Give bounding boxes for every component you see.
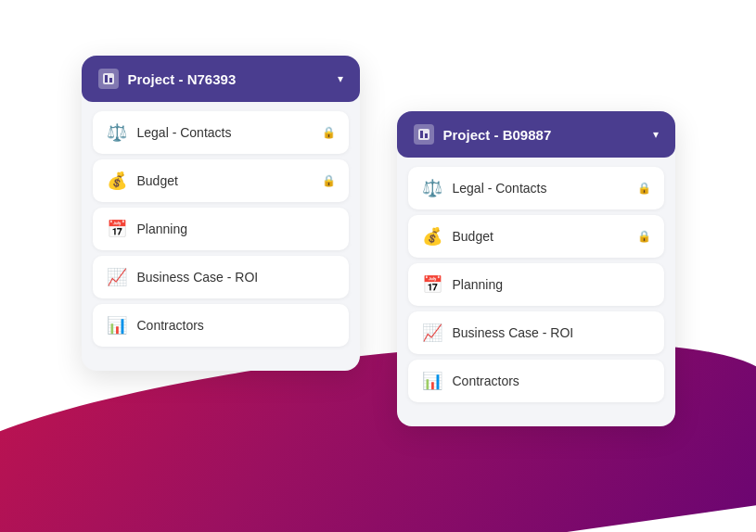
legal-label: Legal - Contacts <box>137 125 313 140</box>
svg-rect-3 <box>418 129 429 140</box>
budget-icon: 💰 <box>421 226 443 247</box>
svg-rect-4 <box>420 131 423 138</box>
project-header-1[interactable]: Project - N76393 ▾ <box>82 56 360 102</box>
budget-lock-icon: 🔒 <box>322 174 336 187</box>
menu-item-planning[interactable]: 📅Planning <box>408 263 664 306</box>
project-icon-1 <box>98 69 119 89</box>
planning-icon: 📅 <box>421 274 443 295</box>
menu-item-contractors[interactable]: 📊Contractors <box>93 304 349 347</box>
budget-lock-icon: 🔒 <box>637 230 651 243</box>
contractors-label: Contractors <box>453 374 651 388</box>
project-title-1: Project - N76393 <box>128 71 328 87</box>
project-title-2: Project - B09887 <box>443 127 644 143</box>
menu-item-budget[interactable]: 💰Budget🔒 <box>408 215 664 258</box>
planning-label: Planning <box>137 222 336 236</box>
project-panel-1: Project - N76393 ▾ ⚖️Legal - Contacts🔒💰B… <box>82 56 360 371</box>
contractors-icon: 📊 <box>421 371 443 391</box>
contractors-icon: 📊 <box>106 315 128 336</box>
svg-rect-1 <box>105 75 108 82</box>
contractors-label: Contractors <box>137 318 336 333</box>
business-case-label: Business Case - ROI <box>137 270 336 285</box>
budget-label: Budget <box>453 229 628 244</box>
legal-icon: ⚖️ <box>106 122 128 143</box>
main-container: Project - N76393 ▾ ⚖️Legal - Contacts🔒💰B… <box>0 0 756 532</box>
legal-lock-icon: 🔒 <box>322 126 336 139</box>
menu-list-1: ⚖️Legal - Contacts🔒💰Budget🔒📅Planning📈Bus… <box>82 102 360 356</box>
menu-item-planning[interactable]: 📅Planning <box>93 208 349 250</box>
menu-list-2: ⚖️Legal - Contacts🔒💰Budget🔒📅Planning📈Bus… <box>397 158 675 412</box>
project-icon-2 <box>414 124 434 145</box>
planning-label: Planning <box>453 277 651 292</box>
project-header-2[interactable]: Project - B09887 ▾ <box>397 111 675 158</box>
planning-icon: 📅 <box>106 219 128 239</box>
business-case-label: Business Case - ROI <box>453 325 651 340</box>
budget-label: Budget <box>137 173 313 188</box>
menu-item-business-case[interactable]: 📈Business Case - ROI <box>93 256 349 298</box>
legal-label: Legal - Contacts <box>453 181 628 196</box>
chevron-down-icon-2: ▾ <box>653 128 659 141</box>
svg-rect-0 <box>103 73 114 84</box>
menu-item-contractors[interactable]: 📊Contractors <box>408 360 664 402</box>
menu-item-budget[interactable]: 💰Budget🔒 <box>93 159 349 202</box>
budget-icon: 💰 <box>106 171 128 191</box>
menu-item-legal[interactable]: ⚖️Legal - Contacts🔒 <box>93 111 349 154</box>
svg-rect-2 <box>109 78 112 82</box>
svg-rect-5 <box>425 133 428 138</box>
legal-icon: ⚖️ <box>421 178 443 198</box>
chevron-down-icon-1: ▾ <box>338 72 343 85</box>
business-case-icon: 📈 <box>106 267 128 287</box>
business-case-icon: 📈 <box>421 323 443 343</box>
menu-item-legal[interactable]: ⚖️Legal - Contacts🔒 <box>408 167 664 209</box>
project-panel-2: Project - B09887 ▾ ⚖️Legal - Contacts🔒💰B… <box>397 111 675 426</box>
menu-item-business-case[interactable]: 📈Business Case - ROI <box>408 311 664 354</box>
legal-lock-icon: 🔒 <box>637 182 651 195</box>
